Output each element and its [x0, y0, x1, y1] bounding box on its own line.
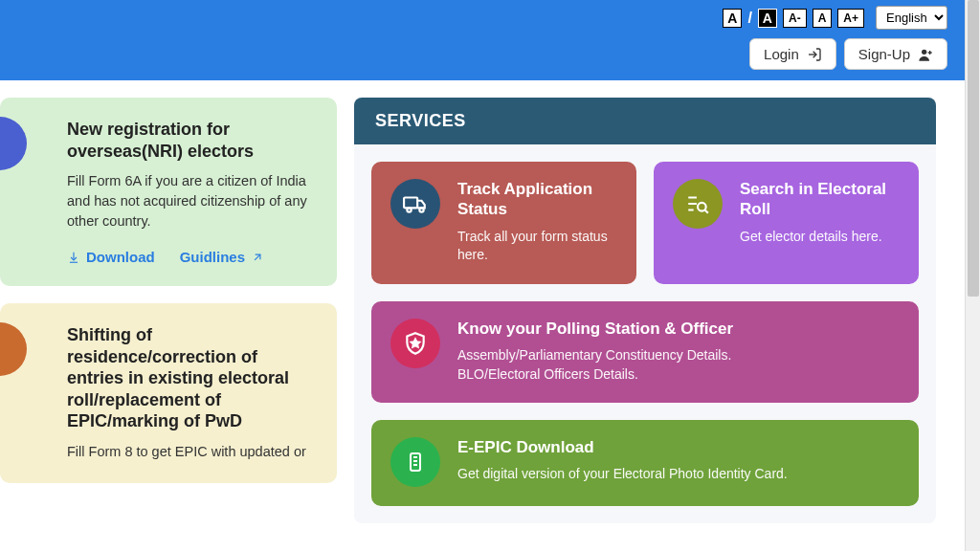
nri-registration-card[interactable]: New registration for overseas(NRI) elect… [0, 98, 337, 286]
font-default-button[interactable]: A [813, 9, 833, 28]
auth-bar: Login Sign-Up [749, 38, 947, 70]
vertical-scrollbar[interactable] [965, 0, 980, 551]
nri-desc: Fill Form 6A if you are a citizen of Ind… [67, 171, 316, 231]
svg-point-4 [698, 203, 706, 211]
nri-download-link[interactable]: Download [67, 249, 155, 265]
signup-icon [918, 47, 933, 62]
main-content: New registration for overseas(NRI) elect… [0, 80, 965, 551]
scrollbar-thumb[interactable] [968, 0, 979, 297]
signup-label: Sign-Up [858, 46, 910, 62]
station-desc2: BLO/Electoral Officers Details. [457, 365, 733, 385]
language-select[interactable]: English [876, 6, 947, 30]
services-panel: SERVICES Track Application Status Track … [354, 98, 936, 551]
contrast-dark-button[interactable]: A [758, 9, 777, 28]
shifting-title: Shifting of residence/correction of entr… [67, 324, 316, 432]
contrast-divider: / [747, 10, 751, 27]
epic-desc: Get digital version of your Electoral Ph… [457, 465, 788, 484]
login-label: Login [764, 46, 799, 62]
left-column: New registration for overseas(NRI) elect… [0, 98, 337, 551]
track-application-card[interactable]: Track Application Status Track all your … [371, 162, 636, 284]
nri-links: Download Guidlines [67, 249, 316, 265]
svg-point-2 [407, 208, 411, 211]
font-decrease-button[interactable]: A- [783, 9, 807, 28]
login-icon [807, 47, 822, 62]
signup-button[interactable]: Sign-Up [844, 38, 947, 70]
search-desc: Get elector details here. [740, 228, 900, 247]
id-card-icon [390, 437, 440, 487]
shifting-icon [0, 322, 27, 376]
nri-icon [0, 117, 27, 170]
nri-guidelines-link[interactable]: Guidlines [180, 249, 264, 265]
accessibility-bar: A / A A- A A+ English [723, 6, 947, 30]
services-heading: SERVICES [354, 98, 936, 144]
epic-title: E-EPIC Download [457, 437, 788, 457]
shifting-desc: Fill Form 8 to get EPIC with updated or [67, 442, 316, 462]
svg-rect-1 [404, 198, 417, 209]
track-title: Track Application Status [457, 179, 617, 220]
services-grid: Track Application Status Track all your … [354, 144, 936, 523]
download-icon [67, 251, 80, 264]
shifting-card[interactable]: Shifting of residence/correction of entr… [0, 303, 337, 483]
search-electoral-roll-card[interactable]: Search in Electoral Roll Get elector det… [654, 162, 919, 284]
search-title: Search in Electoral Roll [740, 179, 900, 220]
station-desc1: Assembly/Parliamentary Constituency Deta… [457, 346, 733, 365]
contrast-light-button[interactable]: A [723, 9, 742, 28]
top-header: A / A A- A A+ English Login Sign-Up [0, 0, 965, 80]
nri-title: New registration for overseas(NRI) elect… [67, 119, 316, 162]
truck-icon [390, 179, 440, 229]
station-title: Know your Polling Station & Officer [457, 319, 733, 339]
external-link-icon [251, 251, 264, 264]
svg-point-3 [419, 208, 423, 211]
track-desc: Track all your form status here. [457, 228, 617, 265]
shield-star-icon [390, 319, 440, 368]
login-button[interactable]: Login [749, 38, 836, 70]
font-increase-button[interactable]: A+ [837, 9, 864, 28]
search-list-icon [673, 179, 723, 229]
e-epic-download-card[interactable]: E-EPIC Download Get digital version of y… [371, 420, 919, 506]
polling-station-card[interactable]: Know your Polling Station & Officer Asse… [371, 301, 919, 403]
svg-point-0 [922, 49, 926, 54]
